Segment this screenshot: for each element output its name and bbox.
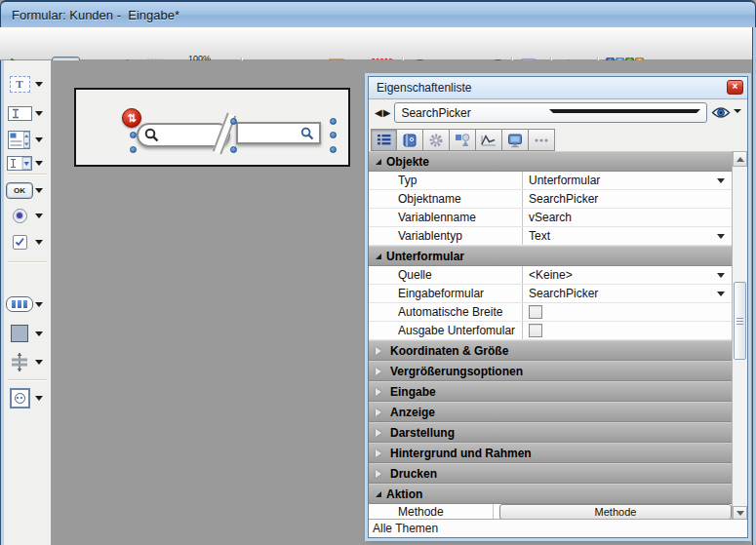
radio-tool-icon	[13, 209, 27, 223]
tool-rectangle[interactable]	[4, 321, 51, 346]
selection-handle[interactable]	[130, 146, 137, 153]
property-row[interactable]: Eingabeformular SearchPicker	[369, 285, 732, 303]
tool-splitter[interactable]	[4, 349, 51, 374]
expand-triangle-icon	[376, 347, 385, 355]
gear-gray-icon	[427, 133, 445, 148]
chevron-down-icon[interactable]	[35, 331, 43, 340]
section-header-unterformular[interactable]: Unterformular	[369, 246, 732, 266]
selection-handle[interactable]	[230, 146, 237, 153]
chevron-down-icon[interactable]	[35, 240, 43, 249]
search-rect-field[interactable]	[236, 122, 321, 144]
chevron-down-icon[interactable]	[35, 82, 43, 91]
property-value-dropdown[interactable]: SearchPicker	[523, 285, 732, 302]
property-row[interactable]: Automatische Breite	[369, 303, 732, 322]
property-value-dropdown[interactable]: Text	[523, 227, 732, 245]
splitter-tool-icon	[4, 353, 35, 371]
chevron-down-icon[interactable]	[35, 214, 43, 222]
prev-object-button[interactable]: ◀	[375, 107, 382, 118]
selection-handle[interactable]	[330, 146, 337, 153]
object-selector-dropdown[interactable]: SearchPicker	[394, 102, 707, 123]
section-header-koordinaten[interactable]: Koordinaten & Größe	[369, 340, 732, 361]
property-row[interactable]: Variablenname vSearch	[369, 209, 732, 227]
property-row[interactable]: Quelle <Keine>	[369, 266, 732, 285]
selection-handle[interactable]	[330, 132, 337, 138]
section-header-drucken[interactable]: Drucken	[369, 463, 732, 484]
chevron-down-icon[interactable]	[35, 188, 43, 197]
scroll-down-button[interactable]	[733, 506, 747, 519]
section-header-vergroesserung[interactable]: Vergrößerungsoptionen	[369, 361, 732, 381]
section-header-darstellung[interactable]: Darstellung	[369, 422, 732, 443]
scroll-up-button[interactable]	[733, 151, 747, 167]
form-area[interactable]: ⇅	[74, 88, 350, 167]
property-row[interactable]: Variablentyp Text	[369, 227, 732, 246]
property-list-icon	[376, 133, 393, 148]
tool-combo-box[interactable]	[4, 150, 51, 175]
chevron-down-icon[interactable]	[35, 360, 43, 369]
tool-text[interactable]: T	[4, 71, 51, 97]
window-titlebar[interactable]: Formular: Kunden - Eingabe*	[0, 0, 756, 27]
close-icon[interactable]: ×	[727, 80, 743, 95]
tab-more[interactable]	[529, 129, 555, 151]
shapes-icon	[454, 133, 471, 148]
selection-handle[interactable]	[330, 118, 337, 125]
checkbox-tool-icon	[13, 235, 27, 250]
palette-titlebar[interactable]: Eigenschaftenliste ×	[369, 77, 747, 99]
text-tool-icon: T	[10, 76, 30, 93]
property-value-dropdown[interactable]: Unterformular	[523, 172, 732, 189]
expand-triangle-icon	[376, 388, 385, 396]
tab-settings[interactable]	[423, 129, 450, 151]
tool-plugin-area[interactable]	[4, 385, 51, 410]
section-header-aktion[interactable]: Aktion	[369, 484, 732, 504]
tab-events[interactable]	[476, 129, 502, 151]
input-tool-icon	[4, 106, 35, 121]
scrollbar-thumb[interactable]	[734, 282, 746, 360]
property-list-palette: Eigenschaftenliste × ◀▶ SearchPicker	[368, 76, 748, 538]
book-icon	[401, 133, 418, 148]
property-list-scrollbar[interactable]	[732, 151, 747, 519]
next-object-button[interactable]: ▶	[383, 107, 391, 118]
property-value-dropdown[interactable]: <Keine>	[523, 266, 732, 284]
tool-radio-button[interactable]	[4, 203, 51, 228]
tab-property-list[interactable]	[371, 129, 397, 151]
tool-button[interactable]: OK	[4, 177, 51, 203]
tool-check-box[interactable]	[4, 229, 51, 254]
property-row[interactable]: Methode Methode	[369, 504, 732, 519]
chevron-down-icon[interactable]	[35, 161, 43, 170]
section-header-hintergrund[interactable]: Hintergrund und Rahmen	[369, 443, 732, 463]
chevron-down-icon[interactable]	[35, 111, 43, 120]
tool-list-box[interactable]	[4, 127, 51, 152]
chevron-down-icon[interactable]	[35, 396, 43, 405]
property-row[interactable]: Objektname SearchPicker	[369, 190, 732, 209]
checkbox-unchecked[interactable]	[529, 305, 542, 319]
section-header-anzeige[interactable]: Anzeige	[369, 402, 732, 422]
chevron-down-icon[interactable]	[35, 302, 43, 311]
selection-handle[interactable]	[130, 132, 137, 138]
search-icon	[144, 128, 159, 142]
section-header-eingabe[interactable]: Eingabe	[369, 381, 732, 402]
main-toolbar: 100% 1/1	[0, 27, 756, 60]
property-list: Objekte Typ Unterformular Objektname Sea…	[369, 151, 747, 519]
property-value-text[interactable]: SearchPicker	[523, 190, 732, 208]
tab-objects[interactable]	[450, 129, 476, 151]
checkbox-unchecked[interactable]	[529, 324, 542, 337]
rectangle-tool-icon	[11, 325, 28, 342]
expand-triangle-icon	[376, 368, 385, 375]
chevron-down-icon	[717, 292, 725, 300]
tab-display[interactable]	[502, 129, 529, 151]
view-options-button[interactable]	[711, 106, 741, 119]
property-row[interactable]: Typ Unterformular	[369, 172, 732, 190]
object-selector-value: SearchPicker	[401, 106, 544, 120]
tab-description[interactable]	[397, 129, 423, 151]
themes-filter-label[interactable]: Alle Themen	[373, 522, 438, 535]
collapse-triangle-icon	[376, 491, 381, 497]
chevron-down-icon[interactable]	[35, 137, 43, 146]
section-header-objekte[interactable]: Objekte	[369, 151, 732, 172]
methode-button[interactable]: Methode	[499, 504, 732, 519]
tool-button-grid[interactable]	[4, 292, 51, 317]
tool-input[interactable]	[4, 100, 51, 126]
subform-badge-icon[interactable]: ⇅	[122, 108, 141, 128]
property-value-text[interactable]: vSearch	[523, 209, 732, 226]
property-row[interactable]: Ausgabe Unterfomular	[369, 322, 732, 340]
selection-handle[interactable]	[230, 118, 237, 125]
expand-triangle-icon	[376, 449, 385, 457]
